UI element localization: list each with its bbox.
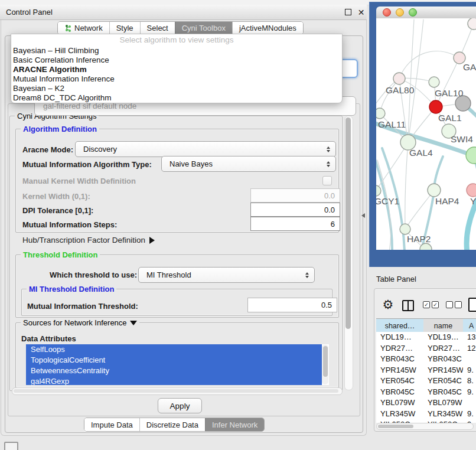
which-threshold-combobox[interactable]: MI Threshold xyxy=(138,267,315,283)
stepper-icon xyxy=(327,146,330,152)
tab-jactivemnodules[interactable]: jActiveMNodules xyxy=(232,22,303,34)
table-cell[interactable]: 9. xyxy=(463,409,476,420)
mi-type-label: Mutual Information Algorithm Type: xyxy=(22,160,152,169)
table-cell[interactable]: YBR045C xyxy=(376,387,423,398)
mi-steps-field[interactable]: 6 xyxy=(250,217,340,231)
table-hscrollbar[interactable] xyxy=(376,423,474,430)
algorithm-option[interactable]: Bayesian – Hill Climbing xyxy=(11,46,342,56)
table-cell[interactable]: YBR045C xyxy=(423,387,463,398)
settings-hscrollbar[interactable] xyxy=(12,387,343,395)
aracne-mode-combobox[interactable]: Discovery xyxy=(75,141,336,157)
collapsed-triangle-icon xyxy=(149,237,155,244)
network-node-y[interactable] xyxy=(467,184,476,197)
table-cell[interactable]: 8. xyxy=(463,376,476,387)
mi-threshold-field[interactable]: 0.5 xyxy=(247,298,337,312)
expanded-triangle-icon xyxy=(130,321,137,325)
network-window-titlebar[interactable] xyxy=(376,6,476,19)
split-columns-icon[interactable] xyxy=(402,300,414,311)
settings-scrollbar-thumb[interactable] xyxy=(345,118,351,329)
table-cell[interactable]: YER054C xyxy=(423,376,463,387)
settings-hscrollbar-thumb[interactable] xyxy=(14,389,338,393)
column-header-A[interactable]: A xyxy=(463,318,476,333)
algorithm-dropdown-items: Bayesian – Hill ClimbingBasic Correlatio… xyxy=(11,46,342,103)
network-node-gal11[interactable] xyxy=(376,108,385,119)
table-cell[interactable]: YBL079W xyxy=(423,397,463,409)
zoom-window-icon[interactable] xyxy=(409,8,417,17)
close-panel-button[interactable]: ✕ xyxy=(357,8,365,16)
network-node-gal80[interactable] xyxy=(393,73,405,84)
data-attribute-item[interactable]: SelfLoops xyxy=(26,344,322,355)
table-hscrollbar-thumb[interactable] xyxy=(378,425,413,428)
which-threshold-label: Which threshold to use: xyxy=(50,270,137,279)
tab-discretize-data[interactable]: Discretize Data xyxy=(139,418,205,431)
table-cell[interactable]: YLR345W xyxy=(376,409,423,420)
table-cell[interactable]: YDL19… xyxy=(423,332,463,343)
table-cell[interactable]: YDL19… xyxy=(376,332,423,343)
mi-threshold-group-title: MI Threshold Definition xyxy=(27,285,116,294)
close-window-icon[interactable] xyxy=(383,8,391,17)
tab-cyni-toolbox[interactable]: Cyni Toolbox xyxy=(175,22,232,34)
tab-infer-network[interactable]: Infer Network xyxy=(205,418,264,431)
table-cell[interactable]: YLR345W xyxy=(423,409,463,420)
network-node-gal10[interactable] xyxy=(429,77,439,87)
checked-pair-icon[interactable]: ✓✓ xyxy=(423,301,439,308)
table-cell[interactable]: 9. xyxy=(463,365,476,376)
table-cell[interactable]: 12 xyxy=(463,343,476,354)
table-column: 13129.8.9.9.9 xyxy=(463,332,476,423)
tab-label: jActiveMNodules xyxy=(239,24,296,32)
algorithm-option[interactable]: Dream8 DC_TDC Algorithm xyxy=(11,93,342,103)
table-cell[interactable]: YDR27… xyxy=(376,343,423,354)
kernel-width-field[interactable]: 0.0 xyxy=(250,188,340,203)
table-cell[interactable]: 13 xyxy=(463,332,476,343)
settings-scrollbar[interactable] xyxy=(344,116,353,390)
attribute-list-scrollbar-thumb[interactable] xyxy=(323,346,328,377)
table-cell[interactable]: YPR145W xyxy=(376,365,423,376)
table-cell[interactable]: YBR043C xyxy=(376,354,423,365)
data-attribute-item[interactable]: BetweennessCentrality xyxy=(26,366,322,376)
network-node[interactable] xyxy=(420,243,432,250)
network-node-gcy1[interactable] xyxy=(376,185,381,196)
table-cell[interactable]: YBR043C xyxy=(423,354,463,365)
network-node[interactable] xyxy=(468,18,476,30)
data-attribute-item[interactable]: gal4RGexp xyxy=(26,376,322,385)
gear-icon[interactable]: ⚙ xyxy=(382,298,395,311)
table-cell[interactable] xyxy=(463,354,476,365)
mi-type-combobox[interactable]: Naive Bayes xyxy=(161,156,336,172)
network-canvas[interactable]: GALGAL80GAL10GAL1GAL11SWI4GAL4GCY1HAP4YH… xyxy=(376,18,476,250)
table-cell[interactable]: YER054C xyxy=(376,376,423,387)
minimized-panel-icon[interactable] xyxy=(4,442,18,450)
network-node-swi4[interactable] xyxy=(466,147,476,164)
manual-kernel-checkbox[interactable] xyxy=(322,176,332,185)
algorithm-option[interactable]: Basic Correlation Inference xyxy=(11,56,342,65)
tab-select[interactable]: Select xyxy=(140,22,175,34)
table-cell[interactable]: YPR145W xyxy=(423,365,463,376)
column-header-shared[interactable]: shared… xyxy=(376,318,424,333)
tab-network[interactable]: Network xyxy=(58,22,109,34)
panel-collapse-arrow-icon[interactable] xyxy=(361,213,365,218)
minimize-window-icon[interactable] xyxy=(396,8,404,17)
table-cell[interactable]: 9. xyxy=(463,387,476,398)
column-header-name[interactable]: name xyxy=(423,318,464,333)
hub-section-toggle[interactable]: Hub/Transcription Factor Definition xyxy=(22,236,155,244)
network-node[interactable] xyxy=(429,100,442,113)
algorithm-option[interactable]: Bayesian – K2 xyxy=(11,84,342,93)
table-cell[interactable]: YBL079W xyxy=(376,397,423,409)
tab-style[interactable]: Style xyxy=(109,22,140,34)
table-cell[interactable]: YDR27… xyxy=(423,343,463,354)
apply-button[interactable]: Apply xyxy=(158,398,202,413)
dpi-tolerance-field[interactable]: 0.0 xyxy=(250,203,340,217)
node-label: GAL80 xyxy=(386,85,415,95)
float-panel-button[interactable] xyxy=(344,8,352,16)
algorithm-option[interactable]: ARACNE Algorithm xyxy=(11,65,342,74)
node-label: GCY1 xyxy=(376,196,399,206)
document-icon[interactable] xyxy=(468,298,476,312)
mi-type-value: Naive Bayes xyxy=(169,159,327,168)
data-attribute-item[interactable]: TopologicalCoefficient xyxy=(26,355,322,366)
network-node-hap2[interactable] xyxy=(400,224,410,234)
table-cell[interactable] xyxy=(463,397,476,409)
network-node-hap4[interactable] xyxy=(428,184,441,197)
unchecked-pair-icon[interactable] xyxy=(446,301,462,308)
algorithm-option[interactable]: Mutual Information Inference xyxy=(11,74,342,84)
tab-impute-data[interactable]: Impute Data xyxy=(84,418,139,431)
network-graph[interactable]: GALGAL80GAL10GAL1GAL11SWI4GAL4GCY1HAP4YH… xyxy=(376,18,476,250)
